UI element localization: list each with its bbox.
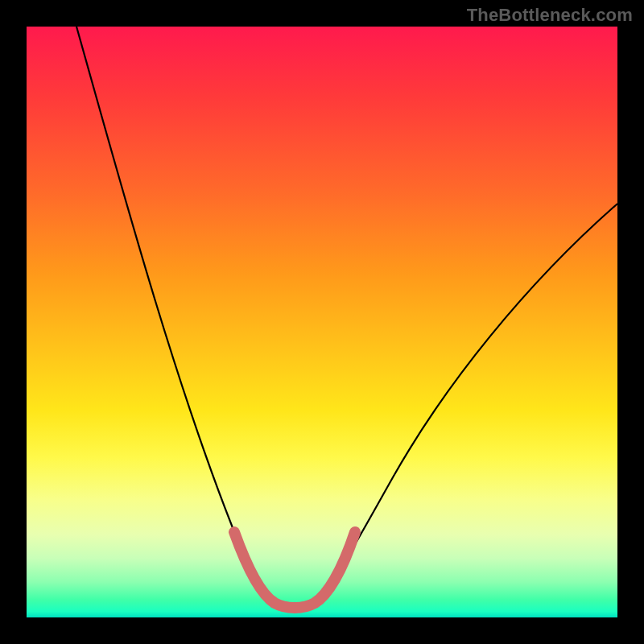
- highlight-region: [234, 532, 355, 608]
- curve-layer: [27, 27, 617, 617]
- chart-frame: TheBottleneck.com: [0, 0, 644, 644]
- bottleneck-curve: [76, 27, 617, 607]
- plot-area: [27, 27, 617, 617]
- attribution-label: TheBottleneck.com: [467, 5, 633, 26]
